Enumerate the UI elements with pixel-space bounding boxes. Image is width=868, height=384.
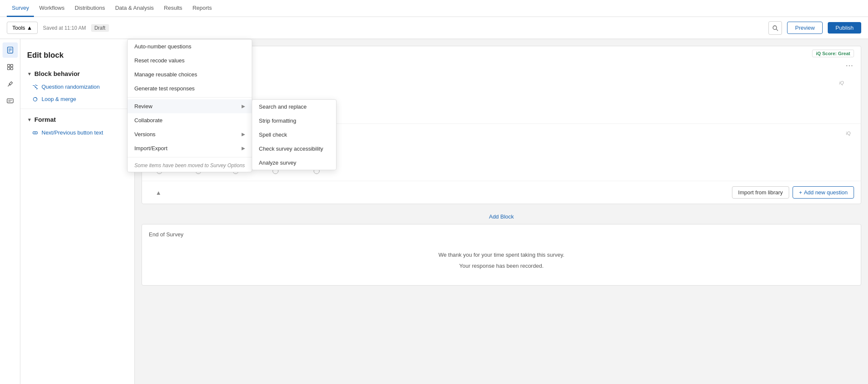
search-replace-item[interactable]: Search and replace	[252, 100, 336, 114]
review-label: Review	[134, 103, 153, 109]
import-export-label: Import/Export	[134, 145, 167, 151]
block-behavior-section: ▼ Block behavior Question randomization …	[20, 67, 134, 105]
add-question-button[interactable]: + Add new question	[793, 186, 854, 199]
randomization-icon	[32, 84, 38, 90]
nav-item-survey[interactable]: Survey	[7, 0, 34, 17]
saved-text: Saved at 11:10 AM	[43, 25, 86, 31]
import-library-button[interactable]: Import from library	[732, 186, 789, 199]
tools-dropdown: Auto-number questions Reset recode value…	[127, 39, 252, 172]
end-survey-text: We thank you for your time spent taking …	[149, 243, 854, 278]
edit-block-title: Edit block	[20, 46, 134, 67]
messages-icon	[6, 97, 14, 105]
block-behavior-header[interactable]: ▼ Block behavior	[20, 67, 134, 81]
strip-formatting-item[interactable]: Strip formatting	[252, 114, 336, 128]
loop-merge-label: Loop & merge	[42, 96, 76, 102]
end-survey-block: End of Survey We thank you for your time…	[142, 224, 861, 286]
question-randomization-label: Question randomization	[42, 84, 100, 90]
arrow-right-icon: ▶	[242, 104, 245, 109]
reset-recode-item[interactable]: Reset recode values	[128, 53, 252, 67]
caret-down-icon: ▼	[27, 71, 32, 76]
collapse-arrow[interactable]: ▲	[149, 187, 729, 199]
preview-button[interactable]: Preview	[787, 22, 823, 34]
add-block-link[interactable]: Add Block	[489, 213, 514, 220]
add-question-label: Add new question	[804, 189, 848, 196]
spell-check-label: Spell check	[259, 132, 287, 138]
collaborate-item[interactable]: Collaborate	[128, 113, 252, 127]
tools-label: Tools	[12, 25, 25, 31]
auto-number-label: Auto-number questions	[134, 43, 191, 50]
nav-item-workflows[interactable]: Workflows	[34, 0, 70, 17]
versions-arrow-icon: ▶	[242, 132, 245, 137]
svg-rect-9	[10, 67, 12, 70]
blocks-icon	[6, 63, 14, 71]
format-label: Format	[34, 116, 56, 123]
header-bar: Tools ▲ Saved at 11:10 AM Draft Preview …	[0, 17, 868, 39]
nav-item-reports[interactable]: Reports	[187, 0, 217, 17]
format-header[interactable]: ▼ Format	[20, 112, 134, 126]
import-export-arrow-icon: ▶	[242, 146, 245, 151]
loop-merge-link[interactable]: Loop & merge	[20, 93, 134, 105]
icon-strip-blocks[interactable]	[3, 59, 18, 75]
icon-strip-messages[interactable]	[3, 93, 18, 109]
next-prev-button-link[interactable]: Next/Previous button text	[20, 126, 134, 139]
analyze-survey-label: Analyze survey	[259, 160, 296, 166]
review-item[interactable]: Review ▶ Search and replace Strip format…	[128, 99, 252, 113]
tools-note: Some items have been moved to Survey Opt…	[128, 159, 252, 172]
icon-strip-survey[interactable]	[3, 42, 18, 58]
nav-item-results[interactable]: Results	[159, 0, 187, 17]
sidebar-divider	[20, 109, 134, 109]
plus-icon: +	[799, 189, 802, 196]
versions-item[interactable]: Versions ▶	[128, 127, 252, 141]
block-behavior-label: Block behavior	[34, 70, 80, 77]
check-accessibility-label: Check survey accessibility	[259, 146, 323, 152]
generate-test-item[interactable]: Generate test responses	[128, 81, 252, 95]
generate-test-label: Generate test responses	[134, 85, 195, 92]
tools-icon	[6, 80, 14, 88]
chevron-up-icon: ▲	[27, 25, 32, 31]
search-button[interactable]	[768, 21, 782, 35]
iq-score-badge: iQ Score: Great	[812, 50, 854, 57]
loop-icon	[32, 96, 38, 102]
top-nav: Survey Workflows Distributions Data & An…	[0, 0, 868, 17]
iq-label-top: iQ	[152, 78, 851, 87]
sidebar: Edit block ▼ Block behavior Question ran…	[20, 39, 135, 384]
nav-item-data-analysis[interactable]: Data & Analysis	[110, 0, 159, 17]
svg-line-1	[776, 29, 778, 31]
add-block-row: Add Block	[142, 209, 861, 224]
next-prev-button-label: Next/Previous button text	[42, 129, 103, 136]
end-survey-label: End of Survey	[149, 231, 854, 238]
iq-score-label: iQ Score:	[816, 51, 837, 56]
draft-badge: Draft	[91, 24, 109, 32]
iq-score-value: Great	[838, 51, 850, 56]
survey-icon	[6, 46, 14, 54]
recorded-text: Your response has been recorded.	[156, 261, 847, 272]
check-accessibility-item[interactable]: Check survey accessibility	[252, 142, 336, 156]
spell-check-item[interactable]: Spell check	[252, 128, 336, 142]
search-icon	[772, 25, 778, 31]
tools-button[interactable]: Tools ▲	[7, 22, 38, 34]
import-export-item[interactable]: Import/Export ▶	[128, 141, 252, 155]
format-section: ▼ Format Next/Previous button text	[20, 112, 134, 139]
review-submenu: Search and replace Strip formatting Spel…	[252, 99, 337, 170]
publish-button[interactable]: Publish	[828, 22, 861, 34]
icon-strip-tools[interactable]	[3, 76, 18, 92]
search-replace-label: Search and replace	[259, 104, 307, 110]
manage-reusable-label: Manage reusable choices	[134, 71, 197, 78]
question-randomization-link[interactable]: Question randomization	[20, 81, 134, 93]
svg-rect-6	[7, 64, 9, 67]
strip-formatting-label: Strip formatting	[259, 118, 296, 124]
svg-rect-8	[7, 67, 9, 70]
partial-question-text: ...effectively do their jobs	[152, 87, 851, 94]
manage-reusable-item[interactable]: Manage reusable choices	[128, 67, 252, 81]
icon-strip	[0, 39, 20, 384]
thank-you-text: We thank you for your time spent taking …	[156, 249, 847, 261]
collaborate-label: Collaborate	[134, 117, 163, 123]
versions-label: Versions	[134, 131, 156, 137]
nav-item-distributions[interactable]: Distributions	[70, 0, 110, 17]
auto-number-item[interactable]: Auto-number questions	[128, 39, 252, 53]
analyze-survey-item[interactable]: Analyze survey	[252, 156, 336, 170]
tools-separator-1	[128, 97, 252, 98]
svg-rect-10	[7, 99, 13, 103]
reset-recode-label: Reset recode values	[134, 57, 185, 64]
button-text-icon	[32, 130, 38, 136]
